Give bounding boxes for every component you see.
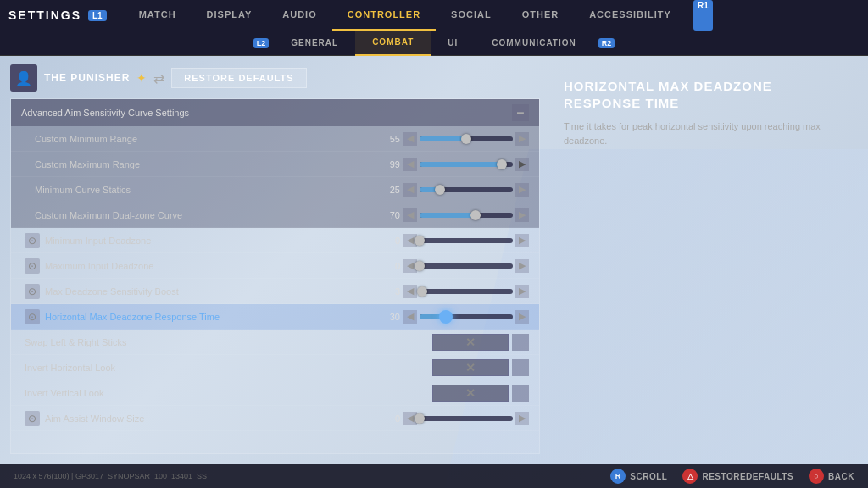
slider-track[interactable] xyxy=(420,213,513,218)
slider-left-arrow[interactable]: ◀ xyxy=(403,132,417,146)
setting-value: 55 xyxy=(376,134,400,144)
setting-min-input-deadzone: ⊙ Minimum Input Deadzone 0 ◀ ▶ xyxy=(11,228,539,253)
scroll-label: SCROLL xyxy=(630,472,667,481)
tab-match[interactable]: MATCH xyxy=(124,0,192,30)
restore-defaults-button[interactable]: RESTORE DEFAULTS xyxy=(171,68,306,88)
slider-container: ◀ ▶ xyxy=(403,259,529,273)
toggle-button[interactable]: ✕ xyxy=(432,385,509,402)
setting-value: 0 xyxy=(376,413,400,424)
slider-right-arrow[interactable]: ▶ xyxy=(515,259,529,273)
reset-icon[interactable]: ⊙ xyxy=(25,258,40,274)
setting-horizontal-max-deadzone-response-time: ⊙ Horizontal Max Deadzone Response Time … xyxy=(11,304,539,330)
left-panel: 👤 THE PUNISHER ✦ ⇄ RESTORE DEFAULTS Adva… xyxy=(10,64,540,454)
toggle-right-arrow[interactable] xyxy=(512,359,529,376)
toggle-value: ✕ xyxy=(465,336,476,349)
subtab-communication[interactable]: COMMUNICATION xyxy=(475,30,593,56)
toggle-button[interactable]: ✕ xyxy=(432,334,509,351)
setting-label: Maximum Input Deadzone xyxy=(45,261,376,271)
tab-social[interactable]: SOCIAL xyxy=(436,0,507,30)
slider-right-arrow[interactable]: ▶ xyxy=(515,285,529,298)
restore-action: △ RESTOREDEFAULTS xyxy=(682,469,793,484)
tab-accessibility[interactable]: ACCESSIBILITY xyxy=(574,0,687,30)
slider-right-arrow[interactable]: ▶ xyxy=(515,310,529,324)
slider-track[interactable] xyxy=(420,187,513,192)
slider-right-arrow[interactable]: ▶ xyxy=(515,208,529,222)
setting-label: Custom Minimum Range xyxy=(35,134,376,144)
reset-icon[interactable]: ⊙ xyxy=(25,309,40,324)
settings-group-header: Advanced Aim Sensitivity Curve Settings … xyxy=(11,99,539,126)
setting-swap-left-right-sticks: Swap Left & Right Sticks ✕ xyxy=(11,330,539,355)
setting-value: 99 xyxy=(376,159,400,169)
toggle-button[interactable]: ✕ xyxy=(432,359,509,376)
sub-navigation: L2 GENERAL COMBAT UI COMMUNICATION R2 xyxy=(0,30,868,56)
slider-track[interactable] xyxy=(420,162,513,167)
slider-container: ◀ ▶ xyxy=(403,234,529,247)
setting-custom-max-dual-zone: Custom Maximum Dual-zone Curve 70 ◀ ▶ xyxy=(11,202,539,228)
slider-track[interactable] xyxy=(420,263,513,269)
tab-display[interactable]: DISPLAY xyxy=(192,0,268,30)
slider-left-arrow[interactable]: ◀ xyxy=(403,208,417,222)
setting-label: Minimum Input Deadzone xyxy=(45,236,376,246)
l1-badge: L1 xyxy=(88,10,107,21)
slider-track[interactable] xyxy=(420,136,513,141)
top-navigation: SETTINGS L1 MATCH DISPLAY AUDIO CONTROLL… xyxy=(0,0,868,30)
l2-badge: L2 xyxy=(253,38,270,48)
tab-audio[interactable]: AUDIO xyxy=(267,0,331,30)
r1-badge: R1 xyxy=(693,0,713,30)
subtab-ui[interactable]: UI xyxy=(431,30,475,56)
slider-container: ◀ ▶ xyxy=(403,158,529,171)
reset-icon[interactable]: ⊙ xyxy=(25,411,40,426)
setting-value: 0 xyxy=(376,236,400,246)
slider-right-arrow[interactable]: ▶ xyxy=(515,234,529,247)
slider-track[interactable] xyxy=(420,416,513,421)
triangle-button-icon: △ xyxy=(682,469,698,484)
app-title: SETTINGS xyxy=(8,8,81,22)
back-label: BACK xyxy=(828,472,854,481)
slider-container: ◀ ▶ xyxy=(403,132,529,146)
profile-swap-icon[interactable]: ⇄ xyxy=(153,70,164,86)
collapse-button[interactable]: – xyxy=(512,104,529,121)
setting-custom-max-range: Custom Maximum Range 99 ◀ ▶ xyxy=(11,152,539,177)
slider-right-arrow[interactable]: ▶ xyxy=(515,183,529,197)
slider-right-arrow[interactable]: ▶ xyxy=(515,132,529,146)
slider-container: ◀ ▶ xyxy=(403,412,529,425)
setting-value: 30 xyxy=(376,312,400,322)
slider-track[interactable] xyxy=(420,238,513,243)
subtab-combat[interactable]: COMBAT xyxy=(355,30,431,56)
setting-label: Custom Maximum Dual-zone Curve xyxy=(35,210,376,220)
setting-label: Invert Vertical Look xyxy=(25,388,432,398)
slider-left-arrow[interactable]: ◀ xyxy=(403,310,417,324)
group-label: Advanced Aim Sensitivity Curve Settings xyxy=(21,108,189,118)
slider-left-arrow[interactable]: ◀ xyxy=(403,158,417,171)
tab-other[interactable]: OTHER xyxy=(507,0,575,30)
setting-aim-assist-window-size: ⊙ Aim Assist Window Size 0 ◀ ▶ xyxy=(11,406,539,431)
setting-max-deadzone-sensitivity-boost: ⊙ Max Deadzone Sensitivity Boost 3 ◀ ▶ xyxy=(11,279,539,304)
slider-right-arrow[interactable]: ▶ xyxy=(515,412,529,425)
tab-controller[interactable]: CONTROLLER xyxy=(332,0,436,30)
toggle-area: ✕ xyxy=(432,359,529,376)
toggle-value: ✕ xyxy=(465,386,476,400)
setting-value: 25 xyxy=(376,185,400,195)
slider-left-arrow[interactable]: ◀ xyxy=(403,183,417,197)
slider-right-arrow[interactable]: ▶ xyxy=(515,158,529,171)
reset-icon[interactable]: ⊙ xyxy=(25,233,40,248)
toggle-right-arrow[interactable] xyxy=(512,334,529,351)
bottom-bar: 868 x 488(100) | GP3017_SYNOPSAR_100_13… xyxy=(0,464,868,488)
bottom-actions: R SCROLL △ RESTOREDEFAULTS ○ BACK xyxy=(610,469,854,484)
reset-icon[interactable]: ⊙ xyxy=(25,284,40,299)
setting-custom-min-range: Custom Minimum Range 55 ◀ ▶ xyxy=(11,126,539,152)
back-action[interactable]: ○ BACK xyxy=(809,469,854,484)
setting-label: Minimum Curve Statics xyxy=(35,185,376,195)
restore-label: RESTOREDEFAULTS xyxy=(702,472,793,481)
avatar: 👤 xyxy=(10,64,37,92)
subtab-general[interactable]: GENERAL xyxy=(274,30,355,56)
slider-track[interactable] xyxy=(420,314,513,319)
slider-track[interactable] xyxy=(420,289,513,294)
toggle-right-arrow[interactable] xyxy=(512,385,529,402)
setting-label: Swap Left & Right Sticks xyxy=(25,337,432,347)
setting-label: Invert Horizontal Look xyxy=(25,363,432,373)
main-content: 👤 THE PUNISHER ✦ ⇄ RESTORE DEFAULTS Adva… xyxy=(0,56,868,463)
setting-label: Custom Maximum Range xyxy=(35,159,376,169)
slider-left-arrow[interactable]: ◀ xyxy=(403,285,417,298)
setting-invert-horizontal-look: Invert Horizontal Look ✕ xyxy=(11,355,539,380)
